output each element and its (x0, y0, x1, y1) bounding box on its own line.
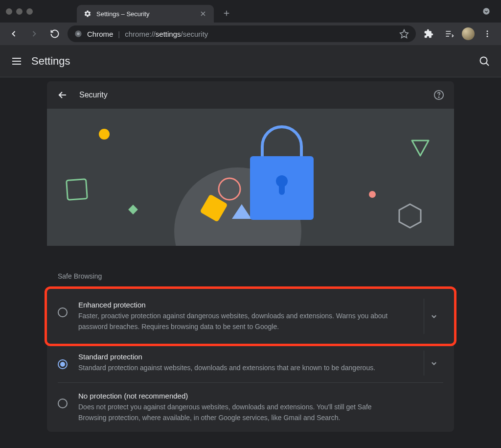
chevron-down-icon[interactable] (429, 358, 439, 368)
address-bar[interactable]: Chrome | chrome://settings/security (68, 25, 416, 42)
forward-button[interactable] (26, 26, 42, 42)
menu-icon[interactable] (11, 55, 23, 67)
svg-point-18 (369, 191, 376, 198)
kebab-menu-button[interactable] (479, 26, 495, 42)
window-minimize-button[interactable] (16, 8, 23, 15)
option-enhanced-protection[interactable]: Enhanced protection Faster, proactive pr… (47, 289, 454, 344)
option-description: Does not protect you against dangerous w… (78, 402, 391, 423)
back-arrow-icon[interactable] (57, 89, 68, 101)
option-description: Faster, proactive protection against dan… (78, 311, 391, 332)
option-description: Standard protection against websites, do… (78, 363, 391, 374)
svg-point-10 (99, 129, 110, 140)
option-no-protection[interactable]: No protection (not recommended) Does not… (58, 382, 443, 432)
tab-title: Settings – Security (96, 10, 194, 18)
profile-avatar[interactable] (462, 27, 475, 40)
svg-point-6 (480, 57, 487, 64)
svg-rect-11 (67, 179, 88, 200)
browser-toolbar: Chrome | chrome://settings/security (0, 23, 501, 45)
close-icon[interactable] (199, 10, 207, 18)
option-standard-protection[interactable]: Standard protection Standard protection … (47, 344, 454, 382)
gear-icon (84, 10, 91, 18)
url-app-label: Chrome (87, 30, 113, 38)
option-title: Enhanced protection (78, 301, 413, 309)
radio-button[interactable] (58, 359, 68, 369)
group-label: Safe Browsing (47, 246, 454, 289)
url-text: chrome://settings/security (125, 30, 208, 38)
option-title: Standard protection (78, 353, 413, 361)
help-icon[interactable] (433, 90, 444, 100)
svg-point-8 (438, 97, 439, 97)
window-controls (6, 8, 33, 15)
search-icon[interactable] (478, 55, 490, 67)
window-titlebar: Settings – Security (0, 0, 501, 23)
back-button[interactable] (6, 26, 22, 42)
page-title: Settings (31, 55, 478, 68)
section-title: Security (79, 91, 433, 99)
extensions-button[interactable] (421, 26, 436, 42)
radio-button[interactable] (58, 307, 68, 317)
radio-button[interactable] (58, 399, 68, 408)
browser-tab[interactable]: Settings – Security (77, 5, 214, 23)
highlight-annotation: Enhanced protection Faster, proactive pr… (45, 286, 456, 346)
security-banner (47, 109, 454, 246)
reading-list-button[interactable] (441, 26, 457, 42)
svg-rect-12 (128, 205, 138, 214)
svg-rect-17 (279, 181, 285, 195)
new-tab-button[interactable] (220, 6, 233, 20)
section-header: Security (47, 81, 454, 109)
svg-point-5 (487, 36, 488, 37)
svg-point-0 (483, 8, 489, 14)
chevron-down-circle-icon[interactable] (482, 7, 490, 15)
svg-point-2 (77, 32, 80, 35)
window-zoom-button[interactable] (26, 8, 33, 15)
window-close-button[interactable] (6, 8, 12, 15)
svg-point-3 (487, 30, 488, 32)
safe-browsing-options: Enhanced protection Faster, proactive pr… (47, 286, 454, 432)
bookmark-star-icon[interactable] (399, 29, 409, 39)
reload-button[interactable] (47, 26, 63, 42)
option-title: No protection (not recommended) (78, 392, 443, 400)
chrome-icon (74, 30, 82, 38)
settings-header: Settings (0, 45, 501, 77)
chevron-down-icon[interactable] (429, 311, 439, 321)
svg-point-4 (487, 33, 488, 35)
